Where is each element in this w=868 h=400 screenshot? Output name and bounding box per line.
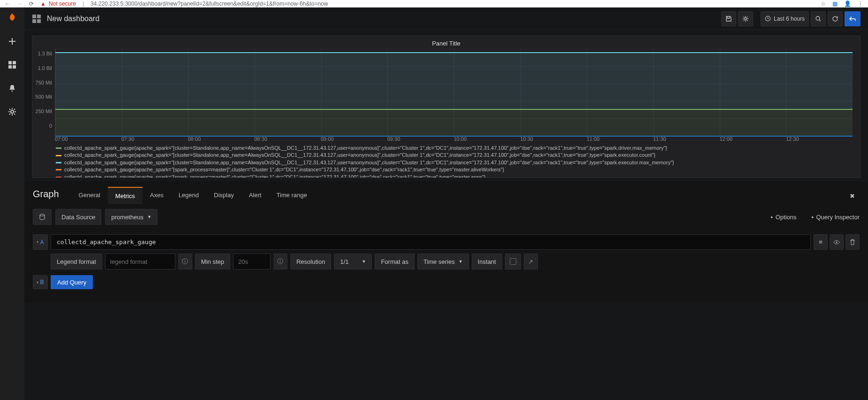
- editor-tabs: GeneralMetricsAxesLegendDisplayAlertTime…: [71, 187, 315, 204]
- query-editor: ▾A ≡ Legend format ⓘ Min step ⓘ Resoluti…: [24, 230, 868, 302]
- left-sidebar: [0, 8, 24, 400]
- not-secure-badge: ▲ Not secure: [40, 0, 76, 7]
- warning-icon: ▲: [40, 0, 46, 7]
- graph-panel: Panel Title 1.3 Bil1.0 Bil750 Mil500 Mil…: [32, 36, 860, 178]
- svg-point-13: [40, 214, 45, 216]
- browser-chrome: ← → ⟳ ▲ Not secure | 34.220.233.5:3000/d…: [0, 0, 868, 8]
- tab-display[interactable]: Display: [206, 187, 242, 204]
- y-axis: 1.3 Bil1.0 Bil750 Mil500 Mil250 Mil0: [32, 49, 55, 136]
- tab-metrics[interactable]: Metrics: [108, 187, 143, 204]
- database-icon: [39, 214, 45, 220]
- query-b-toggle[interactable]: ▾B: [33, 275, 48, 289]
- tab-legend[interactable]: Legend: [171, 187, 206, 204]
- tab-general[interactable]: General: [71, 187, 108, 204]
- svg-rect-1: [8, 61, 12, 64]
- save-button[interactable]: [721, 11, 736, 26]
- svg-point-5: [11, 110, 14, 113]
- query-a-input[interactable]: [51, 234, 811, 250]
- query-eye-icon[interactable]: [830, 234, 844, 250]
- legend-info-icon[interactable]: ⓘ: [178, 254, 192, 269]
- svg-rect-8: [32, 19, 36, 23]
- dashboard-header: New dashboard Last 6 hours: [24, 8, 868, 30]
- instant-label: Instant: [472, 254, 502, 269]
- query-a-toggle[interactable]: ▾A: [33, 234, 48, 250]
- tab-alert[interactable]: Alert: [242, 187, 269, 204]
- dashboard-grid-icon[interactable]: [32, 14, 41, 23]
- datasource-label: Data Source: [55, 209, 101, 225]
- refresh-button[interactable]: [828, 11, 843, 26]
- url-text[interactable]: 34.220.233.5:3000/dashboard/new?panelId=…: [91, 0, 328, 7]
- legend-item[interactable]: collectd_apache_spark_gauge{apache_spark…: [56, 159, 855, 166]
- plus-icon[interactable]: [7, 36, 18, 47]
- legend-item[interactable]: collectd_apache_spark_gauge{apache_spark…: [56, 166, 855, 173]
- gear-icon[interactable]: [7, 106, 18, 117]
- svg-rect-2: [13, 61, 16, 64]
- tab-time-range[interactable]: Time range: [269, 187, 314, 204]
- format-as-select[interactable]: Time series▼: [417, 254, 469, 269]
- query-menu-icon[interactable]: ≡: [814, 234, 828, 250]
- external-link-icon[interactable]: ↗: [524, 254, 538, 269]
- panel-type-title: Graph: [33, 189, 59, 204]
- zoom-out-button[interactable]: [811, 11, 826, 26]
- min-step-label: Min step: [195, 254, 230, 269]
- svg-rect-3: [8, 65, 12, 69]
- svg-point-14: [836, 241, 838, 243]
- query-delete-icon[interactable]: [845, 234, 860, 250]
- close-editor-button[interactable]: ✖: [845, 188, 860, 204]
- reload-icon[interactable]: ⟳: [29, 0, 34, 7]
- editor-header: Graph GeneralMetricsAxesLegendDisplayAle…: [24, 182, 868, 204]
- svg-point-10: [744, 17, 747, 20]
- svg-rect-6: [32, 15, 36, 18]
- min-step-info-icon[interactable]: ⓘ: [273, 254, 287, 269]
- extension-icon[interactable]: ▦: [832, 0, 838, 7]
- query-inspector-button[interactable]: ▸Query Inspector: [812, 214, 860, 221]
- add-query-button[interactable]: Add Query: [51, 275, 93, 289]
- instant-checkbox[interactable]: [505, 254, 521, 269]
- forward-icon[interactable]: →: [17, 0, 23, 7]
- x-axis: 07:0007:3008:0008:3009:0009:3010:0010:30…: [32, 136, 860, 142]
- legend-item[interactable]: collectd_apache_spark_gauge{apache_spark…: [56, 174, 855, 177]
- min-step-input[interactable]: [233, 254, 271, 269]
- tab-axes[interactable]: Axes: [143, 187, 171, 204]
- datasource-picker[interactable]: prometheus▼: [105, 209, 158, 225]
- dashboard-title[interactable]: New dashboard: [47, 15, 99, 23]
- legend-item[interactable]: collectd_apache_spark_gauge{apache_spark…: [56, 145, 855, 152]
- svg-rect-7: [37, 15, 41, 18]
- back-icon[interactable]: ←: [5, 0, 10, 7]
- svg-point-12: [816, 16, 820, 20]
- svg-rect-4: [13, 65, 16, 69]
- query-options-bar: Data Source prometheus▼ ▸Options ▸Query …: [24, 204, 868, 230]
- legend-format-label: Legend format: [51, 254, 102, 269]
- user-icon[interactable]: 👤: [844, 0, 851, 7]
- svg-rect-9: [37, 19, 41, 23]
- settings-button[interactable]: [738, 11, 753, 26]
- datasource-icon-chip: [33, 209, 52, 225]
- resolution-select[interactable]: 1/1▼: [334, 254, 372, 269]
- star-icon[interactable]: ☆: [821, 0, 826, 7]
- options-toggle[interactable]: ▸Options: [771, 214, 797, 221]
- menu-icon[interactable]: ⋮: [858, 0, 863, 7]
- resolution-label: Resolution: [290, 254, 331, 269]
- legend-item[interactable]: collectd_apache_spark_gauge{apache_spark…: [56, 152, 855, 159]
- chart-legend: collectd_apache_spark_gauge{apache_spark…: [32, 142, 860, 177]
- format-as-label: Format as: [375, 254, 415, 269]
- bell-icon[interactable]: [7, 83, 18, 94]
- svg-point-0: [11, 17, 14, 20]
- legend-format-input[interactable]: [105, 254, 175, 269]
- dashboards-icon[interactable]: [7, 59, 18, 70]
- time-range-button[interactable]: Last 6 hours: [761, 11, 809, 26]
- grafana-logo-icon[interactable]: [7, 12, 18, 23]
- panel-title[interactable]: Panel Title: [32, 36, 860, 49]
- back-button[interactable]: [845, 11, 860, 26]
- chart-plot[interactable]: [55, 49, 853, 136]
- clock-icon: [765, 15, 771, 22]
